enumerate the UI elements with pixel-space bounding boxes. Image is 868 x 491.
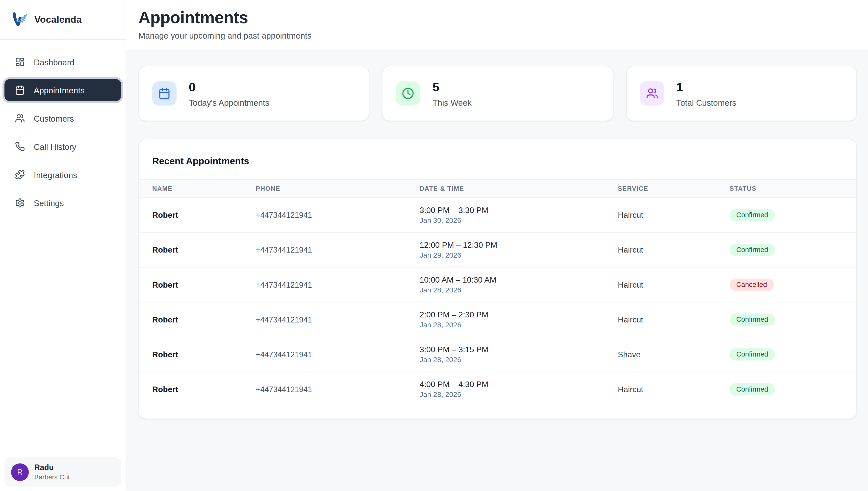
sidebar-item-label: Call History bbox=[34, 142, 76, 151]
vocalenda-logo-icon bbox=[10, 10, 29, 29]
appointment-service: Haircut bbox=[618, 385, 730, 394]
status-badge: Confirmed bbox=[730, 209, 775, 221]
users-icon bbox=[15, 113, 25, 123]
appointment-name: Robert bbox=[152, 350, 256, 359]
column-header-service: SERVICE bbox=[618, 179, 730, 198]
page-header: Appointments Manage your upcoming and pa… bbox=[126, 0, 868, 50]
appointment-service: Haircut bbox=[618, 246, 730, 254]
appointment-name: Robert bbox=[152, 211, 256, 220]
appointment-date: Jan 28, 2026 bbox=[420, 286, 618, 294]
stat-label: Total Customers bbox=[676, 98, 736, 107]
column-header-status: STATUS bbox=[730, 179, 857, 198]
appointment-phone: +447344121941 bbox=[256, 350, 420, 359]
stats-row: 0Today's Appointments5This Week1Total Cu… bbox=[138, 66, 857, 121]
stat-card-this-week: 5This Week bbox=[382, 66, 613, 121]
table-row: Robert+4473441219413:00 PM – 3:30 PMJan … bbox=[139, 198, 857, 232]
table-row: Robert+4473441219412:00 PM – 2:30 PMJan … bbox=[139, 302, 857, 337]
avatar: R bbox=[11, 463, 29, 481]
calendar-icon bbox=[152, 81, 176, 106]
clock-icon bbox=[396, 81, 420, 106]
stat-value: 0 bbox=[189, 80, 270, 94]
appointment-time: 3:00 PM – 3:15 PM bbox=[420, 345, 618, 354]
appointment-time: 2:00 PM – 2:30 PM bbox=[420, 310, 618, 319]
appointment-name: Robert bbox=[152, 385, 256, 394]
appointment-time: 10:00 AM – 10:30 AM bbox=[420, 275, 618, 284]
appointment-date: Jan 28, 2026 bbox=[420, 321, 618, 329]
main-area: Appointments Manage your upcoming and pa… bbox=[126, 0, 868, 491]
table-row: Robert+4473441219414:00 PM – 4:30 PMJan … bbox=[139, 372, 857, 406]
table-title: Recent Appointments bbox=[139, 139, 857, 179]
appointment-date: Jan 28, 2026 bbox=[420, 355, 618, 364]
table-header-row: NAME PHONE DATE & TIME SERVICE STATUS bbox=[139, 179, 857, 198]
sidebar-item-call-history[interactable]: Call History bbox=[4, 136, 121, 158]
sidebar-item-label: Appointments bbox=[34, 86, 85, 95]
brand: Vocalenda bbox=[0, 0, 126, 40]
brand-name: Vocalenda bbox=[34, 14, 82, 25]
dashboard-icon bbox=[15, 57, 25, 67]
status-badge: Confirmed bbox=[730, 244, 775, 256]
stat-text: 0Today's Appointments bbox=[189, 80, 270, 107]
stat-text: 1Total Customers bbox=[676, 80, 736, 107]
user-name: Radu bbox=[34, 463, 70, 472]
status-badge: Confirmed bbox=[730, 383, 775, 395]
stat-text: 5This Week bbox=[432, 80, 472, 107]
sidebar-nav: DashboardAppointmentsCustomersCall Histo… bbox=[0, 40, 126, 214]
sidebar-item-integrations[interactable]: Integrations bbox=[4, 164, 121, 186]
users-icon bbox=[640, 81, 664, 106]
sidebar-item-label: Settings bbox=[34, 198, 64, 208]
sidebar-item-customers[interactable]: Customers bbox=[4, 107, 121, 129]
sidebar-item-label: Customers bbox=[34, 114, 74, 123]
appointment-time: 4:00 PM – 4:30 PM bbox=[420, 380, 618, 388]
appointment-name: Robert bbox=[152, 315, 256, 324]
appointment-time: 3:00 PM – 3:30 PM bbox=[420, 206, 618, 214]
table-row: Robert+4473441219413:00 PM – 3:15 PMJan … bbox=[139, 337, 857, 372]
puzzle-icon bbox=[15, 170, 25, 180]
recent-appointments-card: Recent Appointments NAME PHONE DATE & TI… bbox=[138, 139, 857, 419]
sidebar-item-label: Dashboard bbox=[34, 57, 75, 67]
appointment-name: Robert bbox=[152, 246, 256, 254]
appointment-service: Shave bbox=[618, 350, 730, 359]
sidebar-item-dashboard[interactable]: Dashboard bbox=[4, 51, 121, 73]
column-header-datetime: DATE & TIME bbox=[420, 179, 618, 198]
calendar-icon bbox=[15, 85, 25, 95]
status-badge: Confirmed bbox=[730, 348, 775, 360]
stat-card-today-s-appointments: 0Today's Appointments bbox=[138, 66, 369, 121]
appointment-phone: +447344121941 bbox=[256, 315, 420, 324]
table-row: Robert+44734412194112:00 PM – 12:30 PMJa… bbox=[139, 232, 857, 267]
appointment-date: Jan 28, 2026 bbox=[420, 390, 618, 399]
sidebar-item-settings[interactable]: Settings bbox=[4, 192, 121, 214]
gear-icon bbox=[15, 198, 25, 208]
appointment-service: Haircut bbox=[618, 280, 730, 289]
sidebar: Vocalenda DashboardAppointmentsCustomers… bbox=[0, 0, 126, 491]
status-badge: Confirmed bbox=[730, 314, 775, 326]
appointment-name: Robert bbox=[152, 280, 256, 289]
status-badge: Cancelled bbox=[730, 279, 774, 291]
appointment-phone: +447344121941 bbox=[256, 385, 420, 394]
appointment-time: 12:00 PM – 12:30 PM bbox=[420, 240, 618, 249]
phone-icon bbox=[15, 142, 25, 151]
stat-value: 5 bbox=[432, 80, 472, 94]
sidebar-item-label: Integrations bbox=[34, 170, 77, 179]
page-subtitle: Manage your upcoming and past appointmen… bbox=[138, 31, 856, 40]
stat-card-total-customers: 1Total Customers bbox=[626, 66, 857, 121]
appointments-table: NAME PHONE DATE & TIME SERVICE STATUS Ro… bbox=[139, 179, 857, 406]
appointment-date: Jan 30, 2026 bbox=[420, 216, 618, 225]
page-title: Appointments bbox=[138, 8, 856, 27]
appointment-phone: +447344121941 bbox=[256, 280, 420, 289]
appointment-phone: +447344121941 bbox=[256, 211, 420, 220]
user-card[interactable]: R Radu Barbers Cut bbox=[4, 457, 121, 487]
appointment-phone: +447344121941 bbox=[256, 246, 420, 254]
appointment-date: Jan 29, 2026 bbox=[420, 251, 618, 259]
column-header-phone: PHONE bbox=[256, 179, 420, 198]
page-content: 0Today's Appointments5This Week1Total Cu… bbox=[126, 50, 868, 491]
table-row: Robert+44734412194110:00 AM – 10:30 AMJa… bbox=[139, 267, 857, 302]
stat-label: Today's Appointments bbox=[189, 98, 270, 107]
appointment-service: Haircut bbox=[618, 211, 730, 220]
app-window: Vocalenda DashboardAppointmentsCustomers… bbox=[0, 0, 868, 491]
user-org: Barbers Cut bbox=[34, 473, 70, 481]
stat-label: This Week bbox=[432, 98, 472, 107]
sidebar-item-appointments[interactable]: Appointments bbox=[4, 79, 121, 101]
user-info: Radu Barbers Cut bbox=[34, 463, 70, 481]
stat-value: 1 bbox=[676, 80, 736, 94]
column-header-name: NAME bbox=[139, 179, 256, 198]
